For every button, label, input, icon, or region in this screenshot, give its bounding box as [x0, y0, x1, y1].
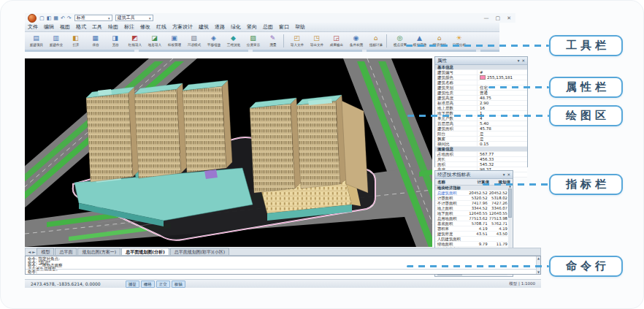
toolbar-button-icon: ▧ — [191, 35, 197, 42]
toolbar-button[interactable]: ◧ 打开 — [66, 33, 85, 49]
property-row[interactable]: 单元户数 4 — [435, 116, 527, 121]
workspace-select[interactable]: 标准 ▾ — [74, 15, 112, 21]
toolbar-button[interactable]: ◈ 平移缩放 — [204, 33, 223, 49]
status-toggle-button[interactable]: 栅格 — [141, 281, 155, 288]
property-row[interactable]: 面积 545.32 — [435, 162, 527, 167]
layout-tab[interactable]: 总平面 — [55, 248, 77, 255]
status-toggle-button[interactable]: 捕捉 — [126, 281, 139, 288]
layout-tab[interactable]: 模型 — [37, 248, 54, 255]
pin-icon[interactable]: ▾ — [518, 58, 520, 63]
menu-item[interactable]: 修改 — [137, 23, 153, 31]
toolbar-button[interactable]: ◲ 成果输出 — [326, 33, 346, 49]
quick-access-icon[interactable]: ▦ — [53, 15, 58, 22]
toolbar-button[interactable]: ◳ 导出文件 — [307, 33, 326, 49]
property-row[interactable]: 周长 456.33 — [435, 157, 527, 162]
property-row[interactable]: 地上层数 16 — [435, 106, 527, 111]
tab-next-icon[interactable]: ► — [32, 250, 35, 254]
menu-item[interactable]: 建筑 — [196, 23, 212, 31]
menu-item[interactable]: 格式 — [73, 23, 89, 31]
drawing-area[interactable] — [25, 58, 432, 247]
toolbar-button[interactable]: ◪ 地形导入 — [145, 33, 164, 49]
indicator-row[interactable]: 容积率 4.19 4.19 — [435, 226, 509, 232]
menu-item[interactable]: 标注 — [121, 23, 137, 31]
property-row[interactable]: 建筑高度 48.75 — [435, 96, 527, 101]
layout-tab[interactable]: 规划总图(方案一) — [77, 248, 120, 255]
quick-access-icon[interactable]: ↷ — [67, 15, 72, 22]
pin-icon[interactable]: ▾ — [503, 172, 505, 177]
toolbar-button[interactable]: ▣ 样板管理 — [164, 33, 184, 49]
toolbar-button[interactable]: ▤ 新建项目 — [26, 33, 46, 49]
property-row[interactable]: 飘窗 是 — [435, 137, 527, 142]
menu-item[interactable]: 视图 — [57, 23, 73, 31]
menu-item[interactable]: 窗口 — [276, 23, 292, 31]
menu-item[interactable]: 绿化 — [228, 23, 244, 31]
toolbar-button[interactable]: ◰ 导入文件 — [287, 33, 307, 49]
tab-prev-icon[interactable]: ◄ — [28, 250, 31, 254]
maximize-button[interactable]: ▢ — [496, 15, 501, 21]
property-row[interactable]: 阳台 是 — [435, 131, 527, 137]
indicator-row[interactable]: 总用地面积 77513.62 77513.98 — [435, 216, 509, 221]
toolbar-button[interactable]: ▦ 保存 — [85, 33, 105, 49]
property-row[interactable]: 建筑名称 — [435, 80, 527, 85]
property-row[interactable]: 占地面积 567.77 — [435, 152, 527, 157]
menu-item[interactable]: 文件 — [25, 23, 41, 31]
toolbar-button[interactable]: ✎ 测量 — [263, 33, 283, 49]
property-row[interactable]: 基本信息 — [435, 65, 527, 70]
menu-item[interactable]: 红线 — [153, 23, 169, 31]
command-prompt[interactable]: 命令: — [26, 269, 540, 274]
toolbar-button-label: 测量 — [269, 42, 276, 47]
app-logo-icon[interactable] — [28, 14, 37, 23]
layout-tab[interactable]: 总平面规划图(分析) — [121, 248, 169, 255]
menu-item[interactable]: 帮助 — [292, 23, 308, 31]
status-toggle-button[interactable]: 正交 — [156, 281, 170, 288]
toolbar-button[interactable] — [386, 34, 389, 47]
menu-item[interactable]: 绘图 — [105, 23, 121, 31]
menu-item[interactable]: 方案设计 — [169, 23, 196, 31]
indicator-row[interactable]: 绿地面积 9.79 11.79 — [435, 242, 509, 247]
property-row[interactable]: 建筑颜色 255,135,181 — [435, 75, 527, 80]
scroll-up-icon[interactable]: ▲ — [537, 256, 540, 260]
property-row[interactable]: 标准层高 2.90 — [435, 101, 527, 106]
toolbar-button[interactable]: ⌂ 指标计算 — [366, 33, 386, 49]
toolbar-button[interactable]: ◩ 红线导入 — [125, 33, 145, 49]
indicator-row[interactable]: 地块经济指标 — [435, 186, 509, 191]
status-toggle-button[interactable]: 极轴 — [172, 281, 185, 288]
property-row[interactable]: 建筑编号 # — [435, 70, 527, 75]
scroll-down-icon[interactable]: ▼ — [537, 270, 540, 274]
close-icon[interactable]: ✕ — [521, 58, 525, 63]
toolbar-button[interactable]: ◉ 条件检测 — [346, 33, 366, 49]
toolbar-button[interactable]: ◨ 另存 — [105, 33, 125, 49]
menu-item[interactable]: 道路 — [212, 23, 228, 31]
property-row[interactable]: 建筑面积 45.78 — [435, 126, 527, 131]
indicator-row[interactable]: 地下面积 12640.55 12640.55 — [435, 211, 509, 216]
indicator-row[interactable]: 人防建筑面积 — [435, 237, 509, 242]
indicator-row[interactable]: 基底面积 5708.71 5762.71 — [435, 221, 509, 226]
property-row[interactable]: 建筑性质 普通 — [435, 91, 527, 96]
quick-access-icon[interactable]: ↶ — [61, 15, 65, 22]
close-button[interactable]: ✕ — [507, 15, 511, 21]
close-icon[interactable]: ✕ — [507, 172, 510, 177]
indicator-row[interactable]: 不计容面积 7417.96 7427.26 — [435, 201, 509, 206]
toolset-select[interactable]: 建筑工具 ▾ — [115, 15, 153, 21]
menu-item[interactable]: 工具 — [89, 23, 105, 31]
indicator-row[interactable]: 建筑密度 43.51 43.50 — [435, 232, 509, 237]
indicator-row[interactable]: 地上面积 3344.52 3346.07 — [435, 206, 509, 211]
toolbar-button[interactable] — [283, 34, 286, 47]
scrollbar-thumb[interactable] — [508, 188, 512, 218]
menu-item[interactable]: 总图 — [260, 23, 276, 31]
quick-access-icon[interactable]: ◧ — [47, 15, 52, 22]
menu-item[interactable]: 编辑 — [41, 23, 57, 31]
quick-access-icon[interactable]: ▢ — [39, 15, 45, 22]
property-row[interactable]: 首层层高 5.40 — [435, 121, 527, 126]
property-row[interactable]: 测量信息 — [435, 147, 527, 152]
toolbar-button[interactable]: ▧ 只读模式 — [184, 33, 204, 49]
toolbar-button[interactable]: ◆ 三维浏览 — [223, 33, 243, 49]
indicator-row[interactable]: 总建筑面积 20452.52 20452.52 — [435, 191, 509, 196]
toolbar-button[interactable]: ▨ 分类显示 — [243, 33, 263, 49]
layout-tab[interactable]: 总平面规划图(彩平)(小区) — [170, 248, 229, 255]
indicator-row[interactable]: 计容面积 5320.52 5318.02 — [435, 196, 509, 201]
toolbar-button[interactable]: ▥ 新建作业 — [46, 33, 66, 49]
menu-item[interactable]: 竖向 — [244, 23, 260, 31]
property-row[interactable]: 梯间比 0.15 — [435, 142, 527, 147]
minimize-button[interactable]: — — [484, 15, 489, 21]
